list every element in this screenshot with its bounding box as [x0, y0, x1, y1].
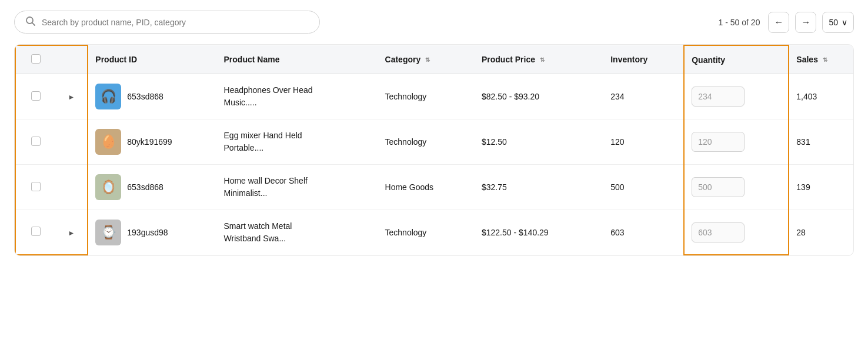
product-image: ⌚: [95, 220, 121, 245]
row-checkbox-cell: [15, 165, 56, 210]
table-header-row: Product ID Product Name Category ⇅ Produ…: [15, 45, 853, 74]
row-product-price-cell: $82.50 - $93.20: [475, 74, 603, 119]
quantity-input[interactable]: [692, 222, 745, 242]
row-product-name-cell: Home wall Decor ShelfMinimalist...: [217, 165, 378, 210]
row-quantity-cell: [684, 119, 789, 165]
quantity-input[interactable]: [692, 132, 745, 152]
row-product-id-cell: 🪞 653sd868: [88, 165, 216, 210]
expand-arrow[interactable]: ►: [68, 229, 75, 237]
row-sales-cell: 28: [789, 210, 853, 255]
row-checkbox-cell: [15, 74, 56, 119]
search-input[interactable]: [42, 18, 309, 27]
expand-arrow[interactable]: ►: [68, 93, 75, 101]
row-inventory-cell: 500: [603, 165, 684, 210]
row-product-id-cell: ⌚ 193gusd98: [88, 210, 216, 255]
sort-arrows-sales: ⇅: [823, 57, 827, 63]
row-category-cell: Technology: [378, 74, 475, 119]
row-expand-cell: ►: [56, 210, 88, 255]
row-category-cell: Technology: [378, 119, 475, 165]
pagination-info: 1 - 50 of 20: [719, 18, 760, 27]
row-checkbox-cell: [15, 119, 56, 165]
search-icon: [25, 16, 36, 28]
prev-page-button[interactable]: ←: [768, 12, 789, 33]
table-body: ► 🎧 653sd868 Headphones Over HeadMusic..…: [15, 74, 853, 255]
product-id-value: 653sd868: [127, 92, 163, 101]
pagination-controls: 1 - 50 of 20 ← → 50 ∨: [719, 12, 854, 33]
row-product-price-cell: $32.75: [475, 165, 603, 210]
next-page-button[interactable]: →: [795, 12, 816, 33]
col-header-expand: [56, 45, 88, 74]
row-product-name-cell: Headphones Over HeadMusic.....: [217, 74, 378, 119]
table-row: 🪞 653sd868 Home wall Decor ShelfMinimali…: [15, 165, 853, 210]
row-inventory-cell: 234: [603, 74, 684, 119]
product-table: Product ID Product Name Category ⇅ Produ…: [15, 45, 853, 255]
quantity-input[interactable]: [692, 177, 745, 197]
row-quantity-cell: [684, 74, 789, 119]
row-inventory-cell: 603: [603, 210, 684, 255]
row-category-cell: Home Goods: [378, 165, 475, 210]
row-category-cell: Technology: [378, 210, 475, 255]
row-product-name-cell: Egg mixer Hand HeldPortable....: [217, 119, 378, 165]
product-id-value: 80yk191699: [127, 137, 172, 147]
sort-arrows-category: ⇅: [425, 57, 430, 63]
table-row: ► ⌚ 193gusd98 Smart watch MetalWristband…: [15, 210, 853, 255]
product-id-value: 653sd868: [127, 182, 163, 192]
row-expand-cell: [56, 119, 88, 165]
row-expand-cell: [56, 165, 88, 210]
sort-arrows-price: ⇅: [540, 57, 545, 63]
row-checkbox[interactable]: [31, 137, 41, 146]
row-product-name-cell: Smart watch MetalWristband Swa...: [217, 210, 378, 255]
row-checkbox[interactable]: [31, 227, 41, 236]
product-image: 🥚: [95, 129, 121, 155]
row-checkbox-cell: [15, 210, 56, 255]
product-table-container: Product ID Product Name Category ⇅ Produ…: [14, 44, 854, 256]
row-sales-cell: 1,403: [789, 74, 853, 119]
table-row: 🥚 80yk191699 Egg mixer Hand HeldPortable…: [15, 119, 853, 165]
row-quantity-cell: [684, 210, 789, 255]
search-bar-row: 1 - 50 of 20 ← → 50 ∨: [14, 11, 854, 34]
product-image: 🪞: [95, 174, 121, 200]
col-header-product-name: Product Name: [217, 45, 378, 74]
search-bar: [14, 11, 320, 34]
quantity-input[interactable]: [692, 87, 745, 107]
row-sales-cell: 831: [789, 119, 853, 165]
table-row: ► 🎧 653sd868 Headphones Over HeadMusic..…: [15, 74, 853, 119]
col-header-sales[interactable]: Sales ⇅: [789, 45, 853, 74]
per-page-value: 50: [829, 18, 838, 27]
row-product-id-cell: 🥚 80yk191699: [88, 119, 216, 165]
row-expand-cell: ►: [56, 74, 88, 119]
col-header-product-price[interactable]: Product Price ⇅: [475, 45, 603, 74]
product-id-value: 193gusd98: [127, 228, 168, 237]
product-image: 🎧: [95, 84, 121, 109]
col-header-category[interactable]: Category ⇅: [378, 45, 475, 74]
row-inventory-cell: 120: [603, 119, 684, 165]
row-checkbox[interactable]: [31, 182, 41, 191]
header-checkbox[interactable]: [31, 54, 41, 64]
row-sales-cell: 139: [789, 165, 853, 210]
col-header-product-id: Product ID: [88, 45, 216, 74]
row-checkbox[interactable]: [31, 91, 41, 101]
col-header-inventory: Inventory: [603, 45, 684, 74]
svg-line-1: [32, 23, 35, 25]
row-product-price-cell: $12.50: [475, 119, 603, 165]
row-product-id-cell: 🎧 653sd868: [88, 74, 216, 119]
page-wrapper: 1 - 50 of 20 ← → 50 ∨ Product ID Product…: [0, 0, 868, 267]
per-page-select[interactable]: 50 ∨: [822, 12, 854, 33]
per-page-chevron: ∨: [842, 18, 847, 27]
col-header-quantity: Quantity: [684, 45, 789, 74]
col-header-checkbox: [15, 45, 56, 74]
row-product-price-cell: $122.50 - $140.29: [475, 210, 603, 255]
row-quantity-cell: [684, 165, 789, 210]
